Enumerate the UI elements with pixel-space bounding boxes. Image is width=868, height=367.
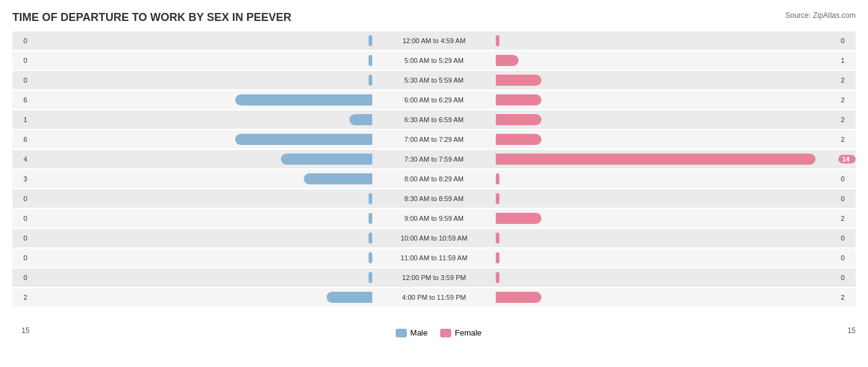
female-bar-wrap (496, 192, 838, 205)
male-value: 0 (12, 274, 30, 281)
legend-male-box (396, 329, 407, 337)
male-bar-wrap (30, 73, 372, 87)
female-bar-wrap (496, 231, 838, 245)
female-bar (496, 154, 816, 165)
bar-row: 2 4:00 PM to 11:59 PM 2 (12, 288, 856, 307)
female-bar (496, 292, 541, 303)
female-value: 2 (838, 96, 856, 104)
chart-container: TIME OF DEPARTURE TO WORK BY SEX IN PEEV… (0, 0, 868, 367)
male-bar-wrap (30, 133, 372, 146)
bars-center: 5:00 AM to 5:29 AM (30, 51, 838, 70)
male-bar (235, 134, 372, 145)
male-bar-wrap (30, 152, 372, 166)
bar-row: 0 12:00 PM to 3:59 PM 0 (12, 268, 856, 287)
male-bar-wrap (30, 93, 372, 107)
male-bar-wrap (30, 291, 372, 304)
female-bar (496, 55, 519, 66)
bar-row: 0 11:00 AM to 11:59 AM 0 (12, 249, 856, 267)
time-label: 7:00 AM to 7:29 AM (372, 136, 496, 143)
female-bar (496, 35, 499, 46)
female-bar-wrap (496, 212, 838, 225)
male-bar-wrap (30, 212, 372, 225)
female-bar (496, 173, 499, 184)
bar-row: 0 5:30 AM to 5:59 AM 2 (12, 71, 856, 89)
male-value: 3 (12, 175, 30, 183)
female-value: 0 (838, 254, 856, 262)
male-bar-wrap (30, 251, 372, 265)
female-value: 2 (838, 215, 856, 222)
male-bar-wrap (30, 271, 372, 284)
female-bar (496, 75, 541, 86)
bar-row: 0 5:00 AM to 5:29 AM 1 (12, 51, 856, 70)
male-value: 0 (12, 57, 30, 64)
legend-male: Male (396, 328, 428, 337)
bar-row: 6 6:00 AM to 6:29 AM 2 (12, 91, 856, 109)
male-bar (304, 173, 372, 184)
female-bar (496, 252, 499, 263)
chart-area: 0 12:00 AM to 4:59 AM 0 0 5:00 AM to 5:2… (12, 31, 856, 320)
bars-center: 7:00 AM to 7:29 AM (30, 130, 838, 149)
legend-female-box (440, 329, 451, 337)
bars-center: 4:00 PM to 11:59 PM (30, 288, 838, 307)
bars-center: 6:00 AM to 6:29 AM (30, 91, 838, 109)
bars-center: 6:30 AM to 6:59 AM (30, 110, 838, 129)
bars-center: 12:00 AM to 4:59 AM (30, 31, 838, 50)
bar-row: 0 12:00 AM to 4:59 AM 0 (12, 31, 856, 50)
male-bar (281, 154, 372, 165)
female-bar (496, 233, 499, 244)
bars-center: 8:00 AM to 8:29 AM (30, 170, 838, 188)
bar-row: 3 8:00 AM to 8:29 AM 0 (12, 170, 856, 188)
female-bar (496, 193, 499, 204)
time-label: 6:30 AM to 6:59 AM (372, 116, 496, 123)
female-bar-wrap (496, 113, 838, 126)
bars-center: 8:30 AM to 8:59 AM (30, 189, 838, 208)
legend-female-label: Female (455, 328, 482, 337)
male-value: 0 (12, 254, 30, 262)
time-label: 7:30 AM to 7:59 AM (372, 155, 496, 163)
male-value: 6 (12, 96, 30, 104)
female-value: 0 (838, 234, 856, 242)
axis-left-label: 15 (12, 326, 30, 335)
legend-male-label: Male (411, 328, 428, 337)
time-label: 6:00 AM to 6:29 AM (372, 96, 496, 104)
female-bar-wrap (496, 152, 838, 166)
bars-center: 11:00 AM to 11:59 AM (30, 249, 838, 267)
male-value: 4 (12, 155, 30, 163)
bar-row: 0 9:00 AM to 9:59 AM 2 (12, 209, 856, 228)
female-bar (496, 114, 541, 125)
bars-center: 5:30 AM to 5:59 AM (30, 71, 838, 89)
female-bar (496, 272, 499, 283)
time-label: 8:30 AM to 8:59 AM (372, 195, 496, 202)
female-bar (496, 213, 541, 224)
male-bar (327, 292, 372, 303)
bar-row: 0 8:30 AM to 8:59 AM 0 (12, 189, 856, 208)
male-value: 1 (12, 116, 30, 123)
time-label: 11:00 AM to 11:59 AM (372, 254, 496, 262)
female-bar-wrap (496, 291, 838, 304)
female-value: 2 (838, 294, 856, 301)
female-value: 0 (838, 37, 856, 44)
female-value: 14 (838, 155, 856, 163)
male-bar (349, 114, 372, 125)
female-bar-wrap (496, 34, 838, 47)
female-bar (496, 94, 541, 105)
time-label: 4:00 PM to 11:59 PM (372, 294, 496, 301)
time-label: 5:00 AM to 5:29 AM (372, 57, 496, 64)
source-label: Source: ZipAtlas.com (785, 11, 856, 20)
male-bar-wrap (30, 172, 372, 186)
male-bar-wrap (30, 34, 372, 47)
time-label: 10:00 AM to 10:59 AM (372, 234, 496, 242)
bar-row: 1 6:30 AM to 6:59 AM 2 (12, 110, 856, 129)
time-label: 9:00 AM to 9:59 AM (372, 215, 496, 222)
chart-title: TIME OF DEPARTURE TO WORK BY SEX IN PEEV… (12, 11, 856, 24)
time-label: 5:30 AM to 5:59 AM (372, 76, 496, 84)
female-value: 2 (838, 116, 856, 123)
axis-right-label: 15 (848, 326, 856, 335)
female-bar-wrap (496, 133, 838, 146)
time-label: 12:00 PM to 3:59 PM (372, 274, 496, 281)
female-value: 0 (838, 175, 856, 183)
female-bar-wrap (496, 93, 838, 107)
legend: Male Female (396, 328, 482, 337)
male-value: 0 (12, 76, 30, 84)
time-label: 8:00 AM to 8:29 AM (372, 175, 496, 183)
